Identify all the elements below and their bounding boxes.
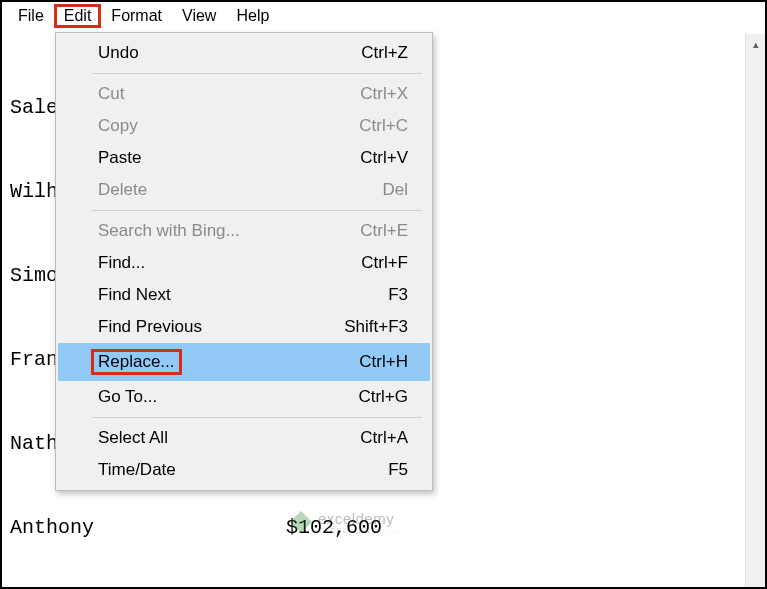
edit-menu-dropdown: Undo Ctrl+Z Cut Ctrl+X Copy Ctrl+C Paste…: [55, 32, 433, 491]
menu-item-label: Cut: [98, 84, 124, 104]
menu-item-search-bing[interactable]: Search with Bing... Ctrl+E: [58, 215, 430, 247]
menu-item-label: Copy: [98, 116, 138, 136]
menu-item-label: Undo: [98, 43, 139, 63]
menu-separator: [92, 417, 422, 418]
menubar: File Edit Format View Help: [0, 0, 767, 32]
menu-view[interactable]: View: [172, 4, 226, 28]
menu-item-shortcut: Ctrl+A: [360, 428, 408, 448]
menu-item-shortcut: Ctrl+G: [358, 387, 408, 407]
menu-item-label: Replace...: [98, 349, 182, 375]
menu-item-shortcut: Del: [382, 180, 408, 200]
menu-item-time-date[interactable]: Time/Date F5: [58, 454, 430, 486]
menu-item-delete[interactable]: Delete Del: [58, 174, 430, 206]
menu-file[interactable]: File: [8, 4, 54, 28]
menu-item-label: Search with Bing...: [98, 221, 240, 241]
menu-separator: [92, 73, 422, 74]
menu-item-shortcut: Ctrl+Z: [361, 43, 408, 63]
menu-item-cut[interactable]: Cut Ctrl+X: [58, 78, 430, 110]
menu-item-label: Find Next: [98, 285, 171, 305]
menu-item-shortcut: Ctrl+X: [360, 84, 408, 104]
menu-item-paste[interactable]: Paste Ctrl+V: [58, 142, 430, 174]
menu-item-shortcut: Ctrl+H: [359, 352, 408, 372]
menu-item-shortcut: Ctrl+C: [359, 116, 408, 136]
menu-item-find-next[interactable]: Find Next F3: [58, 279, 430, 311]
menu-item-undo[interactable]: Undo Ctrl+Z: [58, 37, 430, 69]
menu-help[interactable]: Help: [226, 4, 279, 28]
menu-item-label: Find Previous: [98, 317, 202, 337]
menu-item-shortcut: F5: [388, 460, 408, 480]
scroll-up-icon[interactable]: ▴: [746, 34, 766, 54]
menu-item-label: Go To...: [98, 387, 157, 407]
menu-item-find[interactable]: Find... Ctrl+F: [58, 247, 430, 279]
menu-separator: [92, 210, 422, 211]
menu-item-label: Select All: [98, 428, 168, 448]
menu-item-find-previous[interactable]: Find Previous Shift+F3: [58, 311, 430, 343]
menu-item-shortcut: F3: [388, 285, 408, 305]
menu-edit[interactable]: Edit: [54, 4, 102, 28]
menu-item-replace[interactable]: Replace... Ctrl+H: [58, 343, 430, 381]
menu-item-label: Delete: [98, 180, 147, 200]
menu-item-shortcut: Ctrl+E: [360, 221, 408, 241]
menu-item-shortcut: Ctrl+F: [361, 253, 408, 273]
menu-item-label: Paste: [98, 148, 141, 168]
menu-item-goto[interactable]: Go To... Ctrl+G: [58, 381, 430, 413]
text-line: Anthony $102,600: [10, 514, 757, 542]
menu-format[interactable]: Format: [101, 4, 172, 28]
vertical-scrollbar[interactable]: ▴: [745, 34, 765, 587]
menu-item-select-all[interactable]: Select All Ctrl+A: [58, 422, 430, 454]
menu-item-shortcut: Shift+F3: [344, 317, 408, 337]
menu-item-shortcut: Ctrl+V: [360, 148, 408, 168]
menu-item-label: Time/Date: [98, 460, 176, 480]
menu-item-copy[interactable]: Copy Ctrl+C: [58, 110, 430, 142]
menu-item-label: Find...: [98, 253, 145, 273]
